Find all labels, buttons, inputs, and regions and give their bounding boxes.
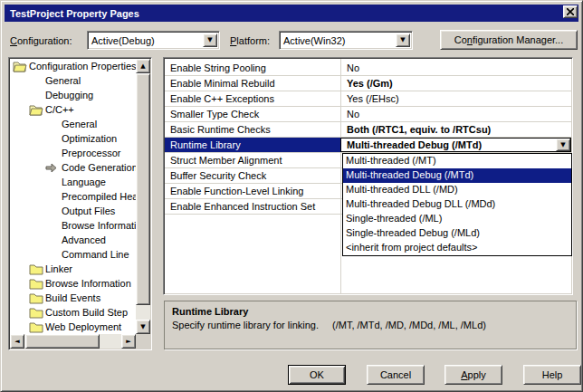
- tree-item-cpp-general[interactable]: General: [10, 117, 136, 131]
- scroll-up-button[interactable]: ▲: [136, 59, 150, 73]
- runtime-library-combobox[interactable]: Multi-threaded Debug (/MTd) ▼: [340, 138, 571, 152]
- scroll-left-button[interactable]: ◄: [10, 334, 24, 349]
- description-text: Specify runtime library for linking.(/MT…: [165, 320, 576, 330]
- chevron-down-icon: ▼: [560, 142, 565, 148]
- tree-item-precompiled-headers[interactable]: Precompiled Headers: [10, 189, 136, 204]
- current-page-arrow-icon: [45, 163, 62, 173]
- tree-item-language[interactable]: Language: [10, 175, 136, 189]
- tree-item-configuration-properties[interactable]: Configuration Properties: [10, 59, 136, 73]
- tree-item-browse-information-top[interactable]: Browse Information: [10, 276, 136, 291]
- scroll-left-icon: ◄: [14, 339, 19, 345]
- tree-item-browse-information[interactable]: Browse Information: [10, 218, 136, 233]
- scroll-down-icon: ▼: [140, 324, 145, 330]
- help-button[interactable]: Help: [523, 365, 581, 385]
- property-row-enable-string-pooling[interactable]: Enable String Pooling No: [165, 61, 571, 76]
- open-folder-icon: [29, 104, 45, 116]
- runtime-library-dropdown-button[interactable]: ▼: [556, 139, 570, 151]
- vertical-scroll-thumb[interactable]: [136, 73, 150, 305]
- tree-item-command-line[interactable]: Command Line: [10, 247, 136, 262]
- configuration-select[interactable]: Active(Debug) ▼: [87, 31, 220, 50]
- tree-item-build-events[interactable]: Build Events: [10, 291, 136, 305]
- close-button[interactable]: [563, 5, 578, 18]
- folder-icon: [29, 292, 45, 304]
- tree-item-linker[interactable]: Linker: [10, 262, 136, 276]
- tree-item-web-deployment[interactable]: Web Deployment: [10, 320, 136, 334]
- dropdown-option-inherit[interactable]: <inherit from project defaults>: [343, 241, 571, 255]
- tree-item-advanced[interactable]: Advanced: [10, 233, 136, 247]
- property-pages-dialog: TestProject Property Pages Configuration…: [0, 0, 583, 392]
- dropdown-option-mld[interactable]: Single-threaded Debug (/MLd): [343, 226, 571, 241]
- title-bar: TestProject Property Pages: [5, 5, 578, 22]
- runtime-library-value: Multi-threaded Debug (/MTd): [347, 139, 482, 150]
- property-description-panel: Runtime Library Specify runtime library …: [164, 301, 577, 349]
- property-row-smaller-type-check[interactable]: Smaller Type Check No: [165, 107, 571, 122]
- tree-item-debugging[interactable]: Debugging: [10, 88, 136, 102]
- open-folder-icon: [13, 61, 29, 72]
- tree-item-preprocessor[interactable]: Preprocessor: [10, 146, 136, 160]
- dropdown-option-mdd[interactable]: Multi-threaded Debug DLL (/MDd): [343, 197, 571, 212]
- tree-item-custom-build-step[interactable]: Custom Build Step: [10, 305, 136, 320]
- scroll-up-icon: ▲: [140, 63, 145, 70]
- chevron-down-icon: ▼: [207, 37, 212, 43]
- description-title: Runtime Library: [165, 301, 576, 320]
- folder-icon: [29, 263, 45, 275]
- runtime-library-dropdown-list: Multi-threaded (/MT) Multi-threaded Debu…: [342, 153, 572, 256]
- settings-tree: Configuration Properties General Debuggi…: [8, 57, 152, 350]
- configuration-manager-button[interactable]: Configuration Manager...: [440, 30, 578, 50]
- close-icon: [567, 8, 574, 15]
- platform-dropdown-button[interactable]: ▼: [396, 33, 410, 47]
- property-row-basic-runtime-checks[interactable]: Basic Runtime Checks Both (/RTC1, equiv.…: [165, 122, 571, 138]
- dropdown-option-md[interactable]: Multi-threaded DLL (/MD): [343, 183, 571, 197]
- dropdown-option-mt[interactable]: Multi-threaded (/MT): [343, 154, 571, 168]
- tree-item-general[interactable]: General: [10, 73, 136, 88]
- folder-icon: [29, 321, 45, 333]
- tree-item-optimization[interactable]: Optimization: [10, 131, 136, 146]
- horizontal-scroll-thumb[interactable]: [25, 334, 100, 349]
- dropdown-option-mtd-selected[interactable]: Multi-threaded Debug (/MTd): [343, 168, 571, 183]
- folder-icon: [29, 278, 45, 290]
- platform-value: Active(Win32): [280, 35, 396, 46]
- platform-select[interactable]: Active(Win32) ▼: [279, 31, 413, 50]
- dropdown-option-ml[interactable]: Single-threaded (/ML): [343, 212, 571, 226]
- tree-vertical-scrollbar[interactable]: ▲ ▼: [136, 59, 150, 334]
- scroll-right-icon: ►: [126, 339, 130, 345]
- apply-button[interactable]: Apply: [444, 365, 502, 385]
- tree-item-code-generation[interactable]: Code Generation: [10, 160, 136, 175]
- description-switches: (/MT, /MTd, /MD, /MDd, /ML, /MLd): [332, 320, 486, 330]
- configuration-value: Active(Debug): [88, 35, 203, 46]
- tree-horizontal-scrollbar[interactable]: ◄ ►: [10, 334, 136, 349]
- scroll-right-button[interactable]: ►: [121, 334, 136, 349]
- tree-viewport: Configuration Properties General Debuggi…: [10, 59, 136, 334]
- configuration-label: Configuration:: [10, 35, 72, 46]
- scroll-down-button[interactable]: ▼: [136, 320, 150, 334]
- property-row-enable-minimal-rebuild[interactable]: Enable Minimal Rebuild Yes (/Gm): [165, 76, 571, 91]
- tree-item-output-files[interactable]: Output Files: [10, 204, 136, 218]
- tree-item-c-cpp[interactable]: C/C++: [10, 102, 136, 117]
- configuration-dropdown-button[interactable]: ▼: [203, 33, 217, 47]
- scrollbar-corner: [136, 334, 150, 349]
- dialog-title: TestProject Property Pages: [10, 8, 139, 19]
- platform-label: Platform:: [230, 35, 270, 46]
- property-row-runtime-library[interactable]: Runtime Library Multi-threaded Debug (/M…: [165, 138, 571, 153]
- cancel-button[interactable]: Cancel: [367, 365, 425, 385]
- ok-button[interactable]: OK: [288, 365, 346, 385]
- property-row-enable-cpp-exceptions[interactable]: Enable C++ Exceptions Yes (/EHsc): [165, 91, 571, 107]
- chevron-down-icon: ▼: [400, 37, 405, 43]
- folder-icon: [29, 307, 45, 319]
